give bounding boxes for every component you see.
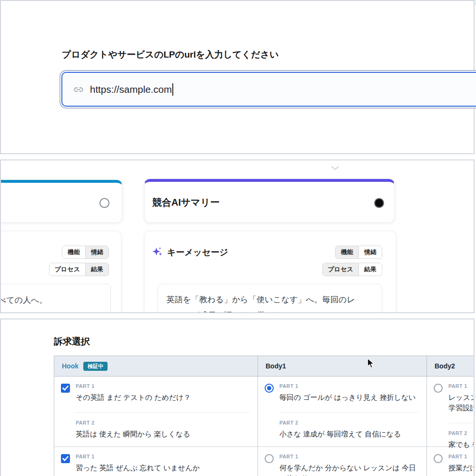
appeal-selection-panel: 訴求選択 Hook 検証中 Body1 Body2 bbox=[0, 318, 475, 476]
tag-emotion[interactable]: 情緒 bbox=[85, 246, 109, 258]
check-icon bbox=[62, 456, 69, 461]
tag-group-row2: プロセス 結果 bbox=[49, 263, 109, 276]
key-message-header: キーメッセージ bbox=[151, 246, 228, 258]
verification-badge: 検証中 bbox=[83, 362, 108, 371]
column-header-hook[interactable]: Hook 検証中 bbox=[54, 356, 258, 376]
tag-function[interactable]: 機能 bbox=[336, 246, 358, 258]
hook-option-2[interactable]: PART 1 習った 英語 ぜんぶ 忘れて いませんか bbox=[54, 447, 258, 476]
table-header-row: Hook 検証中 Body1 Body2 bbox=[54, 356, 475, 377]
url-form-panel: プロダクトやサービスのLPのurlを入力してください https://sampl… bbox=[0, 0, 475, 154]
option-content: PART 1 その英語 まだ テストの ためだけ？ PART 2 英語は 使えた… bbox=[76, 383, 250, 439]
url-input-label: プロダクトやサービスのLPのurlを入力してください bbox=[62, 49, 279, 61]
sparkle-icon bbox=[151, 246, 163, 258]
card-radio-selected[interactable] bbox=[374, 198, 384, 208]
chevron-down-icon[interactable] bbox=[331, 166, 339, 170]
snippet-text: い、すべての人へ。 bbox=[0, 295, 105, 306]
radio-unselected[interactable] bbox=[265, 454, 274, 463]
radio-unselected[interactable] bbox=[434, 384, 443, 393]
checkbox-checked[interactable] bbox=[61, 454, 70, 463]
option-content: PART 1 毎回の ゴールが はっきり見え 挫折しない PART 2 小さな … bbox=[279, 383, 419, 439]
table-row: PART 1 その英語 まだ テストの ためだけ？ PART 2 英語は 使えた… bbox=[54, 377, 475, 447]
body1-option-1[interactable]: PART 1 毎回の ゴールが はっきり見え 挫折しない PART 2 小さな … bbox=[258, 377, 426, 446]
hook-option-1[interactable]: PART 1 その英語 まだ テストの ためだけ？ PART 2 英語は 使えた… bbox=[54, 377, 258, 446]
checkbox-checked[interactable] bbox=[61, 384, 70, 393]
url-input-value: https://sample.com bbox=[90, 84, 172, 95]
part-divider bbox=[279, 412, 419, 413]
option-content: PART 1 授業だけで bbox=[448, 454, 475, 473]
part-divider bbox=[448, 423, 475, 423]
tag-function[interactable]: 機能 bbox=[62, 246, 85, 258]
key-message-text: 英語を「教わる」から「使いこなす」へ。毎回のレッスンが成長の証になる学び。 bbox=[167, 292, 362, 313]
radio-selected[interactable] bbox=[265, 384, 274, 393]
card-radio-unselected[interactable] bbox=[99, 198, 109, 208]
text-caret bbox=[172, 83, 173, 96]
tag-group-row1: 機能 情緒 bbox=[335, 246, 382, 259]
tag-group-row2: プロセス 結果 bbox=[322, 263, 382, 276]
tag-result[interactable]: 結果 bbox=[85, 263, 109, 276]
link-icon bbox=[73, 84, 84, 95]
key-message-box: 英語を「教わる」から「使いこなす」へ。毎回のレッスンが成長の証になる学び。 bbox=[158, 284, 382, 313]
tag-process[interactable]: プロセス bbox=[323, 263, 358, 276]
option-content: PART 1 何を学んだか 分からない レッスンは 今日で終わり bbox=[279, 454, 419, 476]
column-header-body1[interactable]: Body1 bbox=[258, 356, 426, 376]
competitor-summary-card[interactable]: 競合AIサマリー bbox=[144, 179, 395, 223]
key-message-section: キーメッセージ 機能 情緒 プロセス 結果 英語を「教わる」から「使いこなす」へ… bbox=[144, 231, 396, 313]
option-content: PART 1 習った 英語 ぜんぶ 忘れて いませんか bbox=[76, 454, 250, 473]
column-header-body2[interactable]: Body2 bbox=[426, 356, 475, 376]
appeal-selection-title: 訴求選択 bbox=[54, 336, 90, 348]
key-message-title: キーメッセージ bbox=[167, 247, 228, 258]
tag-group-row1: 機能 情緒 bbox=[62, 246, 109, 259]
radio-unselected[interactable] bbox=[434, 454, 443, 463]
body2-option-2[interactable]: PART 1 授業だけで bbox=[426, 447, 475, 476]
option-content: PART 1 レッスン後 学習設計 PART 2 家でも や bbox=[448, 383, 475, 450]
mouse-cursor bbox=[367, 358, 375, 369]
tag-result[interactable]: 結果 bbox=[358, 263, 382, 276]
snippet-box: い、すべての人へ。 bbox=[0, 284, 111, 313]
summary-panel: 競合AIサマリー 機能 情緒 プロセス 結果 い、すべての人へ。 bbox=[0, 159, 475, 313]
tag-process[interactable]: プロセス bbox=[50, 263, 85, 276]
body1-option-2[interactable]: PART 1 何を学んだか 分からない レッスンは 今日で終わり bbox=[258, 447, 426, 476]
tag-emotion[interactable]: 情緒 bbox=[358, 246, 382, 258]
appeal-table: Hook 検証中 Body1 Body2 PART 1 bbox=[54, 356, 475, 476]
body2-option-1[interactable]: PART 1 レッスン後 学習設計 PART 2 家でも や bbox=[426, 377, 475, 446]
url-input[interactable]: https://sample.com bbox=[61, 72, 476, 107]
part-divider bbox=[76, 412, 250, 413]
page: プロダクトやサービスのLPのurlを入力してください https://sampl… bbox=[0, 0, 476, 476]
table-row: PART 1 習った 英語 ぜんぶ 忘れて いませんか PART 1 何を学んだ… bbox=[54, 447, 475, 476]
summary-content-left: 機能 情緒 プロセス 結果 い、すべての人へ。 bbox=[0, 231, 121, 313]
check-icon bbox=[62, 386, 69, 391]
card-title: 競合AIサマリー bbox=[152, 196, 219, 209]
summary-card-left[interactable] bbox=[0, 180, 122, 223]
